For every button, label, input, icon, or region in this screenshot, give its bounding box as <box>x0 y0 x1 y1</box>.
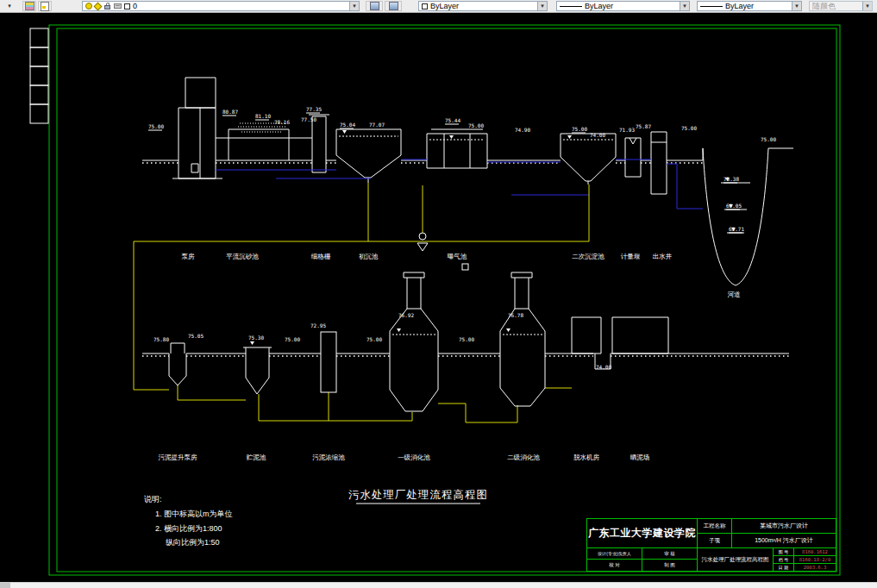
unit-label-weir: 计量堰 <box>621 253 641 260</box>
elevation-label: 75.00 <box>459 336 474 342</box>
fine-screen <box>309 115 329 172</box>
printer-icon[interactable] <box>114 3 122 9</box>
elevation-label: 75.00 <box>148 123 164 129</box>
elevation-label: 71.93 <box>619 127 635 133</box>
elevation-label: 75.00 <box>366 336 382 342</box>
toolbar-flyout-arrow-icon[interactable]: ▾ <box>3 1 16 11</box>
elevation-label: 72.95 <box>310 322 326 328</box>
file-number-value: 8160.18-2/0 <box>794 556 836 564</box>
elevation-label: 75.00 <box>285 336 300 342</box>
elevation-label: 75.00 <box>681 125 697 131</box>
sewage-pipes <box>216 160 703 209</box>
block-symbol <box>462 264 468 270</box>
layer-dropdown[interactable]: 0 ▼ <box>82 1 360 11</box>
unit-label-sludge-pump: 污泥提升泵房 <box>159 454 198 461</box>
layer-dropdown-arrow-icon[interactable]: ▼ <box>349 2 359 10</box>
bottom-left-corner-box <box>0 583 10 588</box>
lineweight-dropdown-arrow-icon[interactable]: ▼ <box>792 2 801 10</box>
elevation-label: 75.00 <box>468 122 484 128</box>
color-dropdown-arrow-icon[interactable]: ▼ <box>537 2 547 10</box>
elevation-label: 76.92 <box>398 312 414 318</box>
proofreader-label: 校 对 <box>587 560 642 571</box>
lock-icon[interactable] <box>103 3 111 9</box>
secondary-clarifier <box>561 134 616 185</box>
subproject-value: 1500m³/H 污水厂设计 <box>732 534 836 548</box>
drawing-number-value: 8160.1612 <box>794 548 836 556</box>
river-section <box>703 148 768 285</box>
unit-label-primary-digester: 一级消化池 <box>398 454 430 461</box>
elevation-label: 75.00 <box>572 126 587 132</box>
elevation-label: 74.00 <box>596 364 611 370</box>
linetype-sample <box>560 6 582 7</box>
unit-label-aeration-tank: 曝气池 <box>448 253 467 260</box>
drawing-number-label: 图 号 <box>774 548 794 556</box>
elevation-ticks <box>148 113 742 233</box>
linetype-dropdown-arrow-icon[interactable]: ▼ <box>680 2 689 10</box>
elevation-label: 75.30 <box>248 335 264 341</box>
make-current-icon <box>370 2 379 10</box>
elevation-label: 77.50 <box>301 116 316 122</box>
make-object-layer-current-button[interactable] <box>366 1 383 11</box>
drawing-canvas[interactable]: 75.00 80.87 81.10 78.16 77.35 77.50 75.0… <box>0 12 877 583</box>
sludge-pump-station <box>169 343 186 385</box>
date-value: 2003.6.3 <box>794 564 836 571</box>
designer-label: 设计(专业)负责人 <box>587 548 642 560</box>
plotstyle-dropdown-arrow-icon: ▼ <box>862 2 872 10</box>
drawing-title: 污水处理厂处理流程高程图 <box>348 489 488 501</box>
sludge-thickener <box>321 332 336 392</box>
elevation-label: 81.10 <box>255 113 271 119</box>
measuring-weir <box>625 138 641 177</box>
sun-icon[interactable] <box>94 2 103 10</box>
elevation-label: 77.07 <box>369 122 385 128</box>
elevation-label: 78.16 <box>274 119 290 125</box>
elevation-label: 75.80 <box>153 336 169 342</box>
project-name-value: 某城市污水厂设计 <box>732 519 836 534</box>
title-block-drawing-name: 污水处理厂处理流程高程图 <box>698 548 774 571</box>
lineweight-sample <box>700 6 723 7</box>
status-strip <box>0 582 877 588</box>
unit-label-primary-clarifier: 初沉池 <box>359 253 379 260</box>
plotstyle-dropdown: 随颜色 ▼ <box>809 1 873 11</box>
sludge-pipes <box>134 183 589 422</box>
notes-heading: 说明: <box>143 495 162 504</box>
layer-name: 0 <box>133 2 137 10</box>
layer-properties-button[interactable] <box>22 1 36 11</box>
lineweight-dropdown[interactable]: ByLayer ▼ <box>697 1 802 11</box>
unit-label-storage-tank: 贮泥池 <box>247 454 266 461</box>
project-name-label: 工程名称 <box>698 519 732 534</box>
linetype-value: ByLayer <box>585 2 613 10</box>
primary-clarifier <box>336 129 401 183</box>
linetype-dropdown[interactable]: ByLayer ▼ <box>556 1 690 11</box>
bulb-icon[interactable] <box>85 3 92 9</box>
unit-label-secondary-digester: 二级消化池 <box>507 454 540 461</box>
layer-states-button[interactable] <box>38 1 52 11</box>
color-dropdown[interactable]: ByLayer ▼ <box>418 1 548 11</box>
grit-chamber <box>216 123 312 160</box>
note-line-1: 1. 图中标高以m为单位 <box>155 510 233 518</box>
unit-label-grit-chamber: 平流沉砂池 <box>226 253 259 260</box>
elevation-drawing: 75.00 80.87 81.10 78.16 77.35 77.50 75.0… <box>0 12 877 583</box>
elevation-label: 77.35 <box>306 106 322 112</box>
primary-digester <box>390 272 438 411</box>
unit-label-pump-house: 泵房 <box>182 253 196 260</box>
outlet-well <box>651 132 667 194</box>
aeration-tank <box>427 129 487 168</box>
color-chip <box>422 3 428 9</box>
binding-margin-boxes <box>30 28 48 123</box>
plotstyle-value: 随颜色 <box>812 1 836 12</box>
elevation-label: 75.87 <box>636 123 651 129</box>
unit-label-drying: 晒泥场 <box>630 454 650 461</box>
subproject-label: 子项 <box>698 534 732 548</box>
title-block-university: 广东工业大学建设学院 <box>587 519 698 548</box>
elevation-label: 74.00 <box>590 132 605 138</box>
drying-shed <box>612 317 668 353</box>
note-line-2: 2. 横向比例为1:800 <box>155 524 222 533</box>
elevation-label: 75.00 <box>761 136 776 142</box>
unit-label-outlet-well: 出水井 <box>653 253 673 260</box>
object-properties-toolbar: ▾ 0 ▼ ByLayer ▼ ByLayer ▼ ByLayer ▼ <box>0 0 877 13</box>
elevation-label: 80.87 <box>222 109 238 115</box>
unit-label-fine-screen: 细格栅 <box>311 253 331 260</box>
layer-previous-button[interactable] <box>385 1 402 11</box>
elevation-label: 74.90 <box>515 127 530 133</box>
layer-previous-icon <box>389 2 398 10</box>
